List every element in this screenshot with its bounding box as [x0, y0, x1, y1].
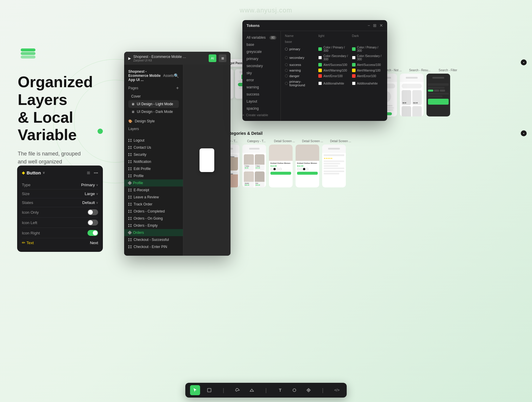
tokens-minimize-icon[interactable]: − [368, 23, 370, 28]
ai-button[interactable]: AI [209, 54, 216, 62]
cover-page[interactable]: Cover [128, 93, 179, 100]
assets-tab[interactable]: Assets [163, 74, 174, 78]
layer-track-order[interactable]: Track Order [124, 201, 183, 208]
success-light-swatch [318, 63, 322, 67]
layer-security[interactable]: Security [124, 151, 183, 158]
figma-toolbar-left: ▸ Shopnest - Ecommerce Mobile App UI ...… [128, 55, 186, 62]
icon-left-label: Icon Left [22, 221, 37, 225]
category-warning[interactable]: warning [242, 84, 280, 91]
layer-contact-us[interactable]: Contact Us [124, 144, 183, 151]
token-primary-light: Color / Primary / 300 [318, 46, 349, 52]
add-page-button[interactable]: + [176, 85, 179, 91]
search-icon[interactable]: 🔍 [174, 73, 179, 78]
states-row: States Default ∨ [22, 198, 98, 207]
icon-only-toggle[interactable] [87, 209, 98, 215]
size-selector [270, 168, 291, 170]
ui-light-page[interactable]: 🖥 UI Design - Light Mode [128, 100, 179, 108]
token-warning-row: warning Alert/Warning/100 Alert/Warning/… [285, 69, 383, 72]
layer-logout[interactable]: Logout [124, 137, 183, 144]
pen-tool[interactable] [233, 385, 243, 395]
ui-dark-page[interactable]: 🖥 UI Design - Dark Mode [128, 108, 179, 116]
frame-tool[interactable] [204, 385, 214, 395]
categories-dot: • [521, 130, 527, 136]
grid-icon [128, 153, 132, 156]
token-secondary-row: secondary Color /Secondary / 300 Color /… [285, 54, 383, 61]
tokens-main: Name light Dark base primary Color / Pri… [281, 31, 387, 121]
category-base[interactable]: base [242, 41, 280, 48]
component-tool[interactable] [304, 385, 314, 395]
tokens-grid-icon[interactable]: ⊞ [373, 23, 377, 28]
layer-notification[interactable]: Notification [124, 158, 183, 165]
category-layout[interactable]: Layout [242, 98, 280, 105]
component-panel: ◆ Button ∨ ⊞ ••• Type Primary ∨ Size Lar… [17, 166, 103, 252]
result-card-1: $9.50 [402, 90, 411, 105]
diamond-icon [128, 231, 132, 235]
tokens-close-icon[interactable]: ✕ [379, 23, 383, 28]
add-to-cart-btn-2 [297, 172, 318, 175]
detail-content-2: Knitted Clothes Women $12.00 [296, 161, 319, 176]
layer-e-receipt[interactable]: E-Receipt [124, 187, 183, 194]
shapes-tool[interactable] [247, 385, 257, 395]
divider-2: | [261, 385, 271, 395]
icon-right-label: Icon Right [22, 231, 40, 235]
grid-icon[interactable]: ⊞ [87, 171, 90, 175]
layer-leave-review[interactable]: Leave a Review [124, 194, 183, 201]
grid-icon [128, 224, 132, 227]
token-primary-circle [285, 48, 288, 51]
search-result-screen: $9.50 $12.00 [400, 74, 424, 116]
product-item-4: Knit$19.00 [255, 171, 265, 187]
token-success-circle [285, 63, 288, 66]
category-spacing[interactable]: spacing [242, 105, 280, 112]
layer-edit-profile[interactable]: Edit Profile [124, 165, 183, 172]
token-success-light: Alert/Success/100 [318, 63, 349, 67]
icon-left-toggle[interactable] [87, 220, 98, 226]
label-cat-2: Category - T... [244, 140, 269, 143]
token-danger-light: Alert/Error/100 [318, 74, 349, 78]
cursor-tool[interactable] [190, 385, 200, 395]
file-tab[interactable]: Shopnest - Ecommerce Mobile App UI ... [128, 69, 163, 82]
category-all[interactable]: All variables 80 [242, 34, 280, 41]
states-value[interactable]: Default ∨ [82, 200, 98, 205]
categories-section: ▤ Categories & Detail • Category - T... … [216, 130, 527, 187]
detail-screen-2: Knitted Clothes Women $12.00 [296, 145, 319, 187]
category-sky[interactable]: sky [242, 69, 280, 77]
watermark: www.anyusj.com [240, 7, 292, 14]
design-style-item[interactable]: 🎨 Design Style [124, 117, 183, 125]
text-tool[interactable]: T [275, 385, 285, 395]
categories-header: ▤ Categories & Detail • [216, 130, 527, 137]
layer-orders-active[interactable]: Orders [124, 229, 183, 236]
code-tool[interactable]: </> [332, 385, 342, 395]
token-danger-dark: Alert/Error/100 [352, 74, 383, 78]
layer-orders-completed[interactable]: Orders - Completed [124, 208, 183, 215]
monitor-dark-icon: 🖥 [131, 110, 134, 114]
layer-checkout-success[interactable]: Checkout - Successful [124, 236, 183, 243]
create-variable-button[interactable]: + Create variable [242, 112, 280, 118]
layer-checkout-pin[interactable]: Checkout - Enter PIN [124, 243, 183, 250]
icon-right-toggle[interactable] [87, 230, 98, 236]
layer-orders-empty[interactable]: Orders - Empty [124, 222, 183, 229]
more-icon[interactable]: ••• [94, 171, 98, 175]
type-value[interactable]: Primary ∨ [81, 183, 98, 187]
token-primary-dark: Color / Primary / 300 [352, 46, 383, 52]
name-col-header: Name [285, 34, 316, 38]
token-foreground-dark: Additional/white [352, 82, 383, 85]
category-secondary[interactable]: secondary [242, 62, 280, 69]
category-greyscale[interactable]: greyscale [242, 48, 280, 55]
type-row: Type Primary ∨ [22, 181, 98, 189]
category-success[interactable]: success [242, 91, 280, 98]
size-selector-2 [297, 168, 318, 170]
tokens-title: Tokens [246, 23, 260, 28]
ellipse-tool[interactable] [289, 385, 299, 395]
category-error[interactable]: error [242, 77, 280, 84]
layer-orders-ongoing[interactable]: Orders - On Going [124, 215, 183, 222]
layer-profile[interactable]: Profile [124, 172, 183, 179]
size-value[interactable]: Large ∨ [85, 192, 98, 196]
token-danger-name: danger [285, 74, 316, 78]
subtitle: The file is named, groupedand well organ… [18, 150, 124, 166]
grid-view-button[interactable]: ⊞ [219, 54, 226, 62]
category-labels: Category - T... Category - T... Detail S… [216, 140, 527, 143]
tokens-group-base: base [285, 40, 383, 43]
diamond-icon [128, 181, 132, 185]
layer-profile-active[interactable]: Profile [124, 179, 183, 187]
category-primary[interactable]: primary [242, 55, 280, 62]
